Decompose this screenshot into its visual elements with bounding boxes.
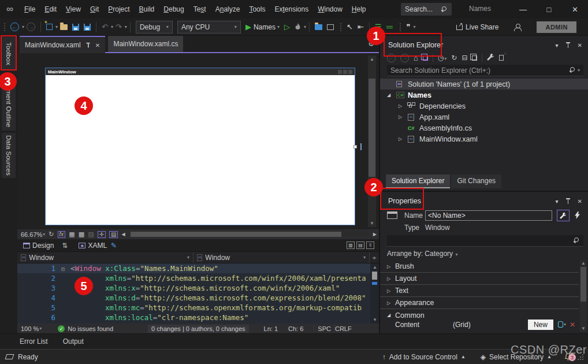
document-outline-tab[interactable]: ment Outline — [2, 87, 16, 131]
save-all-icon[interactable] — [84, 24, 91, 31]
collapsed-arrow-icon[interactable]: ▷ — [399, 103, 408, 109]
xaml-code-editor[interactable]: 1⊟<Window x:Class="Names.MainWindow"2xml… — [17, 263, 379, 324]
menu-debug[interactable]: Debug — [159, 5, 188, 13]
live-share-icon[interactable] — [456, 25, 463, 30]
collapse-all-icon[interactable]: ⊟ — [462, 54, 467, 62]
tree-item-dependencies[interactable]: ▷Dependencies — [380, 101, 588, 112]
maximize-button[interactable]: □ — [536, 0, 562, 18]
fold-collapse-icon[interactable]: ⊟ — [61, 264, 70, 274]
menu-test[interactable]: Test — [189, 5, 211, 13]
category-appearance[interactable]: ▷Appearance — [380, 297, 579, 309]
tree-item-assemblyinfo-cs[interactable]: AssemblyInfo.cs — [380, 122, 588, 133]
reset-icon[interactable]: ✕ — [570, 321, 575, 329]
snap-to-grid-icon[interactable]: ▤ — [109, 231, 118, 238]
code-line-6[interactable]: 6xmlns:local="clr-namespace:Names" — [17, 313, 379, 322]
save-icon[interactable] — [72, 24, 79, 31]
scroll-down-icon[interactable]: ▼ — [373, 317, 377, 322]
code-line-4[interactable]: 4xmlns:d="http://schemas.microsoft.com/e… — [17, 293, 379, 303]
select-element-icon[interactable]: ↖ — [347, 23, 353, 31]
add-to-source-control[interactable]: Add to Source Control — [389, 353, 457, 361]
property-marker-icon[interactable] — [558, 321, 563, 328]
window-position-icon[interactable]: ▾ — [556, 198, 559, 205]
window-position-icon[interactable]: ▾ — [556, 42, 559, 49]
scroll-right-icon[interactable]: ▶ — [373, 232, 377, 237]
close-icon[interactable]: ✕ — [578, 42, 582, 49]
find-in-files-icon[interactable] — [315, 24, 322, 30]
debug-config-dropdown[interactable]: Debug▾ — [136, 21, 173, 34]
open-folder-icon[interactable] — [60, 24, 68, 30]
collapsed-arrow-icon[interactable]: ▷ — [387, 288, 395, 294]
arrange-by[interactable]: Arrange by: Category ▾ — [380, 247, 588, 261]
new-project-icon[interactable] — [46, 24, 53, 30]
navigate-back-dropdown[interactable]: ▾ — [22, 24, 24, 29]
collapsed-arrow-icon[interactable]: ▷ — [387, 276, 395, 281]
run-target-label[interactable]: Names — [254, 23, 276, 31]
solution-search-box[interactable]: Search Solution Explorer (Ctrl+;) ▾ — [387, 65, 583, 76]
menu-git[interactable]: Git — [85, 5, 103, 13]
new-button[interactable]: New — [528, 320, 553, 330]
category-layout[interactable]: ▷Layout — [380, 273, 579, 285]
admin-button[interactable]: ADMIN — [537, 21, 576, 33]
scrollbar-thumb[interactable] — [131, 232, 341, 237]
xaml-view-label[interactable]: XAML — [88, 242, 107, 250]
space-indicator[interactable]: SPC — [314, 325, 335, 332]
breadcrumb-right[interactable]: ‹› Window ▾ — [193, 252, 370, 263]
tab-mainwindow-xaml-cs[interactable]: MainWindow.xaml.cs — [108, 36, 183, 52]
menu-file[interactable]: File — [20, 5, 40, 13]
scroll-down-icon[interactable]: ▼ — [581, 326, 586, 331]
scroll-up-icon[interactable]: ▲ — [373, 265, 377, 270]
sync-icon[interactable]: ↻ — [451, 54, 457, 62]
menu-project[interactable]: Project — [103, 5, 134, 13]
close-tab-icon[interactable]: ✕ — [95, 42, 100, 49]
menu-help[interactable]: Help — [347, 5, 371, 13]
tab-error-list[interactable]: Error List — [20, 337, 48, 346]
uncomment-icon[interactable]: ≔ — [386, 23, 393, 31]
changes-indicator[interactable]: 0 changes | 0 authors, 0 changes — [148, 325, 248, 333]
chevron-down-icon[interactable]: ▾ — [564, 322, 566, 327]
solution-platforms-icon[interactable] — [327, 24, 334, 30]
design-preview-window[interactable]: MainWindow — [45, 68, 355, 225]
collapse-pane-icon[interactable]: ⇳ — [366, 242, 374, 249]
sign-in-icon[interactable] — [513, 24, 522, 31]
zoom-level[interactable]: 66.67% — [21, 231, 42, 238]
start-debug-icon[interactable]: ▶ — [245, 23, 251, 31]
tab-output[interactable]: Output — [63, 337, 84, 346]
pin-icon[interactable] — [85, 42, 90, 47]
scroll-up-icon[interactable]: ▲ — [581, 261, 586, 266]
swap-panes-icon[interactable]: ⇅ — [62, 242, 68, 249]
horizontal-split-icon[interactable]: ▤ — [356, 242, 364, 249]
collapsed-arrow-icon[interactable]: ▷ — [387, 300, 395, 306]
start-without-debug-icon[interactable]: ▷ — [284, 23, 290, 31]
snapline-icon[interactable]: ✛ — [98, 231, 106, 238]
menu-window[interactable]: Window — [313, 5, 347, 13]
search-box[interactable]: Search... — [401, 3, 452, 16]
navigate-forward-icon[interactable]: → — [27, 23, 35, 31]
line-indicator[interactable]: Ln: 1 — [264, 325, 278, 332]
menu-tools[interactable]: Tools — [244, 5, 270, 13]
menu-analyze[interactable]: Analyze — [211, 5, 245, 13]
collapsed-arrow-icon[interactable]: ▷ — [387, 264, 395, 269]
code-line-3[interactable]: 3xmlns:x="http://schemas.microsoft.com/w… — [17, 283, 379, 293]
new-project-dropdown[interactable]: ▾ — [55, 24, 58, 29]
scrollbar-thumb[interactable] — [369, 79, 375, 177]
run-target-dropdown[interactable]: ▾ — [277, 24, 280, 29]
events-lightning-button[interactable] — [571, 210, 583, 221]
name-input[interactable]: <No Name> — [425, 210, 552, 221]
tab-git-changes[interactable]: Git Changes — [451, 174, 501, 188]
scrollbar-thumb[interactable] — [372, 272, 377, 280]
background-icon[interactable]: ▨ — [88, 231, 94, 237]
menu-edit[interactable]: Edit — [40, 5, 61, 13]
expanded-arrow-icon[interactable]: ◢ — [387, 313, 395, 318]
grid-icon[interactable]: ▦ — [69, 231, 75, 237]
category-text[interactable]: ▷Text — [380, 285, 579, 297]
scroll-left-icon[interactable]: ◀ — [121, 232, 125, 237]
refresh-icon[interactable]: ↻ — [49, 231, 54, 237]
properties-scrollbar[interactable]: ▲ ▼ — [580, 260, 587, 332]
menu-extensions[interactable]: Extensions — [270, 5, 313, 13]
quick-actions-icon[interactable]: ❞ — [406, 23, 410, 31]
pin-icon[interactable] — [565, 42, 571, 49]
redo-icon[interactable]: ↷ — [116, 23, 122, 31]
eol-indicator[interactable]: CRLF — [335, 325, 352, 332]
tree-item-names[interactable]: ◢Names — [380, 90, 588, 101]
code-line-2[interactable]: 2xmlns="http://schemas.microsoft.com/win… — [17, 273, 379, 283]
